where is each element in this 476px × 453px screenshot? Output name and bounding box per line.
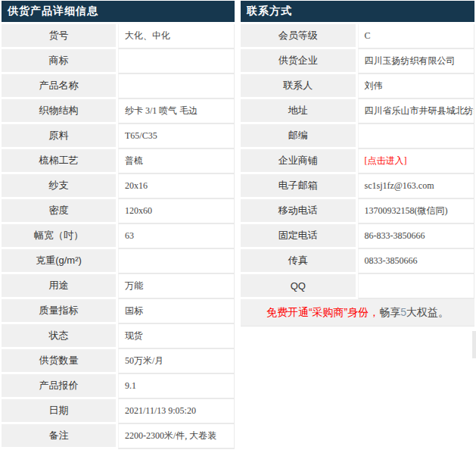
field-value: 50万米/月 <box>118 349 235 374</box>
table-row: 备注2200-2300米/件, 大卷装 <box>2 424 235 449</box>
table-header-row: 供货产品详细信息 <box>2 1 235 24</box>
field-label: 质量指标 <box>2 299 118 324</box>
field-value: 9.1 <box>118 374 235 399</box>
field-value: 四川省乐山市井研县城北纺织工业园区 <box>358 99 475 124</box>
table-row: 克重(g/m²) <box>2 249 235 274</box>
field-value: 纱卡 3/1 喷气 毛边 <box>118 99 235 124</box>
table-row: 密度120x60 <box>2 199 235 224</box>
field-value: 2200-2300米/件, 大卷装 <box>118 424 235 449</box>
field-label: 商标 <box>2 49 118 74</box>
table-row: 产品名称 <box>2 74 235 99</box>
field-value: 现货 <box>118 324 235 349</box>
field-value <box>358 124 475 149</box>
field-value: 63 <box>118 224 235 249</box>
table-row: 梳棉工艺普梳 <box>2 149 235 174</box>
field-value: 13700932158(微信同) <box>358 199 475 224</box>
field-value: 120x60 <box>118 199 235 224</box>
table-row: 供货数量50万米/月 <box>2 349 235 374</box>
table-row: 状态现货 <box>2 324 235 349</box>
field-value: 20x16 <box>118 174 235 199</box>
enter-shop-link[interactable]: [点击进入] <box>365 155 407 166</box>
field-label: 状态 <box>2 324 118 349</box>
field-label: 日期 <box>2 399 118 424</box>
field-value: C <box>358 24 475 49</box>
promo-text-tail: 大权益。 <box>406 306 449 318</box>
open-buyer-membership-link[interactable]: 免费开通“采购商”身份， <box>266 306 379 318</box>
field-value: 86-833-3850666 <box>358 224 475 249</box>
field-value: 国标 <box>118 299 235 324</box>
field-label: 移动电话 <box>241 199 358 224</box>
contact-table: 联系方式 会员等级C供货企业四川玉扬纺织有限公司联系人刘伟地址四川省乐山市井研县… <box>241 1 474 326</box>
table-row: 联系人刘伟 <box>241 74 474 99</box>
table-row: QQ <box>241 274 474 299</box>
field-label: 会员等级 <box>241 24 358 49</box>
table-row: 移动电话13700932158(微信同) <box>241 199 474 224</box>
field-label: 织物结构 <box>2 99 118 124</box>
content-area: 供货产品详细信息 货号大化、中化商标产品名称织物结构纱卡 3/1 喷气 毛边原料… <box>0 0 476 449</box>
field-value: 普梳 <box>118 149 235 174</box>
field-label: 密度 <box>2 199 118 224</box>
field-label: 固定电话 <box>241 224 358 249</box>
field-label: 克重(g/m²) <box>2 249 118 274</box>
field-value <box>358 274 475 299</box>
product-table-title: 供货产品详细信息 <box>2 1 235 24</box>
table-row: 产品报价9.1 <box>2 374 235 399</box>
field-label: 企业商铺 <box>241 149 358 174</box>
table-row: 织物结构纱卡 3/1 喷气 毛边 <box>2 99 235 124</box>
field-label: 电子邮箱 <box>241 174 358 199</box>
field-value: 四川玉扬纺织有限公司 <box>358 49 475 74</box>
field-label: 邮编 <box>241 124 358 149</box>
promo-banner: 免费开通“采购商”身份，畅享5大权益。 <box>241 299 474 326</box>
table-row: 供货企业四川玉扬纺织有限公司 <box>241 49 474 74</box>
right-edge-scrollbar-fragment <box>472 331 476 358</box>
table-row: 商标 <box>2 49 235 74</box>
field-label: 联系人 <box>241 74 358 99</box>
field-label: 传真 <box>241 249 358 274</box>
field-label: 梳棉工艺 <box>2 149 118 174</box>
field-label: 原料 <box>2 124 118 149</box>
field-value: [点击进入] <box>358 149 475 174</box>
field-label: 幅宽（吋） <box>2 224 118 249</box>
field-label: 供货数量 <box>2 349 118 374</box>
table-row: 邮编 <box>241 124 474 149</box>
field-label: 用途 <box>2 274 118 299</box>
product-detail-table: 供货产品详细信息 货号大化、中化商标产品名称织物结构纱卡 3/1 喷气 毛边原料… <box>2 1 235 449</box>
table-row: 纱支20x16 <box>2 174 235 199</box>
field-value <box>118 249 235 274</box>
field-label: QQ <box>241 274 358 299</box>
field-label: 产品报价 <box>2 374 118 399</box>
promo-benefit-count: 5 <box>400 306 406 318</box>
field-label: 备注 <box>2 424 118 449</box>
field-value: 2021/11/13 9:05:20 <box>118 399 235 424</box>
table-row: 企业商铺[点击进入] <box>241 149 474 174</box>
field-value <box>118 74 235 99</box>
field-value: 大化、中化 <box>118 24 235 49</box>
field-value: 刘伟 <box>358 74 475 99</box>
field-label: 地址 <box>241 99 358 124</box>
contact-table-title: 联系方式 <box>241 1 474 24</box>
table-row: 日期2021/11/13 9:05:20 <box>2 399 235 424</box>
promo-row: 免费开通“采购商”身份，畅享5大权益。 <box>241 299 474 326</box>
table-row: 固定电话86-833-3850666 <box>241 224 474 249</box>
field-value <box>118 49 235 74</box>
table-row: 地址四川省乐山市井研县城北纺织工业园区 <box>241 99 474 124</box>
field-value: 万能 <box>118 274 235 299</box>
table-row: 传真0833-3850666 <box>241 249 474 274</box>
table-row: 原料T65/C35 <box>2 124 235 149</box>
table-row: 会员等级C <box>241 24 474 49</box>
field-label: 产品名称 <box>2 74 118 99</box>
field-label: 纱支 <box>2 174 118 199</box>
table-row: 货号大化、中化 <box>2 24 235 49</box>
field-label: 供货企业 <box>241 49 358 74</box>
field-value: 0833-3850666 <box>358 249 475 274</box>
field-value: T65/C35 <box>118 124 235 149</box>
table-row: 质量指标国标 <box>2 299 235 324</box>
promo-text-mid: 畅享 <box>379 306 400 318</box>
table-row: 电子邮箱sc1sj1fz@163.com <box>241 174 474 199</box>
table-row: 幅宽（吋）63 <box>2 224 235 249</box>
field-value: sc1sj1fz@163.com <box>358 174 475 199</box>
field-label: 货号 <box>2 24 118 49</box>
table-row: 用途万能 <box>2 274 235 299</box>
table-header-row: 联系方式 <box>241 1 474 24</box>
